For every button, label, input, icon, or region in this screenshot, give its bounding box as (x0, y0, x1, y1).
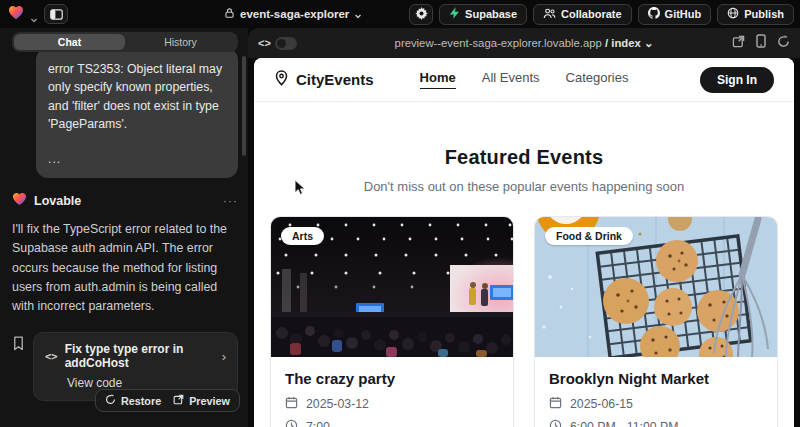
github-button[interactable]: GitHub (638, 4, 712, 25)
open-in-new-tab-button[interactable] (732, 34, 745, 52)
chevron-right-icon: › (222, 349, 226, 364)
category-badge: Arts (281, 227, 324, 245)
event-time: 7:00 (306, 420, 330, 427)
event-image-cookies: Food & Drink (535, 217, 777, 357)
lovable-heart-icon (12, 192, 27, 210)
category-badge: Food & Drink (545, 227, 633, 245)
chat-panel: Chat History error TS2353: Object litera… (0, 28, 248, 427)
code-change-title: Fix type type error in addCoHost (65, 342, 215, 370)
project-name: event-saga-explorer (240, 8, 349, 20)
event-date: 2025-03-12 (306, 397, 369, 411)
gear-icon (415, 7, 428, 22)
section-subtitle: Don't miss out on these popular events h… (254, 179, 794, 194)
clock-icon (549, 419, 562, 427)
code-change-card[interactable]: <> Fix type type error in addCoHost › Vi… (33, 332, 238, 401)
nav-link-categories[interactable]: Categories (566, 70, 629, 89)
event-card[interactable]: Arts The crazy party 2025-03-12 (270, 216, 514, 427)
project-chevron-down-icon (354, 10, 362, 18)
bookmark-icon[interactable] (12, 336, 25, 355)
section-title: Featured Events (254, 146, 794, 169)
collaborate-button[interactable]: Collaborate (533, 4, 632, 25)
nav-link-all-events[interactable]: All Events (482, 70, 540, 89)
refresh-button[interactable] (777, 34, 790, 52)
preview-panel: <> preview--event-saga-explorer.lovable.… (248, 28, 800, 427)
workspace-chevron-down-icon[interactable] (30, 10, 38, 18)
event-image-party: Arts (271, 217, 513, 357)
event-card[interactable]: Food & Drink Brooklyn Night Market 2025-… (534, 216, 778, 427)
project-switcher[interactable]: event-saga-explorer (224, 0, 362, 28)
user-message-text: error TS2353: Object literal may only sp… (48, 60, 226, 134)
code-preview-switch[interactable] (275, 37, 297, 50)
assistant-intro-text: I'll fix the TypeScript error related to… (12, 220, 238, 316)
globe-icon (727, 7, 739, 21)
event-time: 6:00 PM - 11:00 PM (570, 420, 678, 427)
assistant-header: Lovable ··· (12, 192, 238, 210)
app-topbar: event-saga-explorer Supabase Collaborate (0, 0, 800, 28)
external-link-icon (173, 394, 184, 407)
site-navbar: CityEvents Home All Events Categories Si… (254, 58, 794, 102)
user-message-bubble: error TS2353: Object literal may only sp… (36, 48, 238, 178)
map-pin-icon (274, 70, 289, 89)
nav-link-home[interactable]: Home (420, 70, 456, 89)
code-change-actions: Restore Preview (95, 389, 240, 412)
calendar-icon (549, 396, 562, 412)
lovable-logo-heart-icon[interactable] (8, 5, 24, 24)
sign-in-button[interactable]: Sign In (700, 67, 774, 93)
tab-history[interactable]: History (125, 34, 236, 50)
preview-version-button[interactable]: Preview (173, 394, 230, 407)
site-brand[interactable]: CityEvents (274, 70, 374, 89)
mobile-view-button[interactable] (756, 34, 766, 52)
message-menu-button[interactable]: ··· (223, 194, 238, 208)
user-message-ellipsis: ... (48, 150, 226, 168)
publish-button[interactable]: Publish (717, 4, 794, 25)
event-date: 2025-06-15 (570, 397, 633, 411)
code-icon: <> (45, 350, 58, 362)
restore-icon (105, 394, 116, 407)
event-title: Brooklyn Night Market (549, 370, 763, 387)
chat-scrollbar[interactable] (242, 56, 246, 156)
view-code-link[interactable]: View code (67, 376, 226, 390)
toggle-sidebar-button[interactable] (44, 4, 68, 24)
lock-icon (224, 7, 235, 21)
code-view-toggle[interactable]: <> (258, 37, 297, 50)
chat-history-tabs: Chat History (12, 32, 238, 52)
restore-button[interactable]: Restore (105, 394, 161, 407)
supabase-bolt-icon (449, 7, 460, 21)
supabase-button[interactable]: Supabase (439, 4, 527, 25)
preview-toolbar: <> preview--event-saga-explorer.lovable.… (248, 28, 800, 58)
github-icon (648, 7, 660, 21)
calendar-icon (285, 396, 298, 412)
clock-icon (285, 419, 298, 427)
settings-button[interactable] (409, 4, 433, 25)
people-icon (543, 8, 556, 21)
preview-page: CityEvents Home All Events Categories Si… (254, 58, 794, 427)
tab-chat[interactable]: Chat (14, 34, 125, 50)
code-icon: <> (258, 37, 271, 49)
event-title: The crazy party (285, 370, 499, 387)
preview-url[interactable]: preview--event-saga-explorer.lovable.app… (248, 37, 800, 50)
assistant-name: Lovable (34, 194, 81, 208)
